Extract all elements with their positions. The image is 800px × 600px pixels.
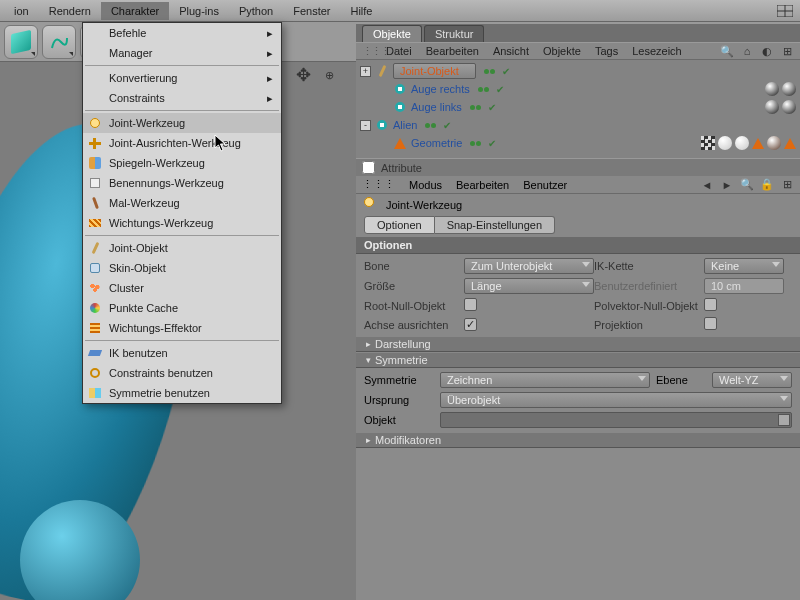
tab-struktur[interactable]: Struktur (424, 25, 485, 42)
menu-item-joint-ausrichten-werkzeug[interactable]: Joint-Ausrichten-Werkzeug (83, 133, 281, 153)
plus-icon[interactable]: ⊞ (780, 44, 794, 58)
menu-fenster[interactable]: Fenster (283, 2, 340, 20)
menu-rendern[interactable]: Rendern (39, 2, 101, 20)
visibility-dots[interactable] (484, 69, 495, 74)
menu-item-joint-objekt[interactable]: Joint-Objekt (83, 238, 281, 258)
menu-item-spiegeln-werkzeug[interactable]: Spiegeln-Werkzeug (83, 153, 281, 173)
select-ebene[interactable]: Welt-YZ (712, 372, 792, 388)
tree-row[interactable]: Auge links✔ (360, 98, 796, 116)
objects-menu-datei[interactable]: Datei (386, 45, 412, 57)
menu-item-mal-werkzeug[interactable]: Mal-Werkzeug (83, 193, 281, 213)
menu-item-joint-werkzeug[interactable]: Joint-Werkzeug (83, 113, 281, 133)
primitive-spline-button[interactable] (42, 25, 76, 59)
objects-menu-objekte[interactable]: Objekte (543, 45, 581, 57)
layout-icon[interactable] (776, 4, 794, 18)
tag-white-icon[interactable] (718, 136, 732, 150)
new-icon[interactable]: ⊞ (780, 178, 794, 192)
select-size[interactable]: Länge (464, 278, 594, 294)
section-darstellung[interactable]: ▸Darstellung (356, 336, 800, 352)
menu-item-skin-objekt[interactable]: Skin-Objekt (83, 258, 281, 278)
objects-menu-tags[interactable]: Tags (595, 45, 618, 57)
visibility-dots[interactable] (425, 123, 436, 128)
attribute-toggle[interactable] (362, 161, 375, 174)
lock-icon[interactable]: 🔒 (760, 178, 774, 192)
tag-sphere-icon[interactable] (782, 100, 796, 114)
menu-hilfe[interactable]: Hilfe (340, 2, 382, 20)
menu-item-konvertierung[interactable]: Konvertierung▸ (83, 68, 281, 88)
nav-fwd-icon[interactable]: ► (720, 178, 734, 192)
tag-sphere-icon[interactable] (765, 82, 779, 96)
select-symmetrie[interactable]: Zeichnen (440, 372, 650, 388)
attr-menu-benutzer[interactable]: Benutzer (523, 179, 567, 191)
menu-item-symmetrie-benutzen[interactable]: Symmetrie benutzen (83, 383, 281, 403)
menu-ion[interactable]: ion (4, 2, 39, 20)
tag-sphere-icon[interactable] (782, 82, 796, 96)
move-axis-icon[interactable] (292, 64, 314, 86)
tag-check-icon[interactable] (701, 136, 715, 150)
expand-toggle[interactable]: - (360, 120, 371, 131)
menu-item-constraints-benutzen[interactable]: Constraints benutzen (83, 363, 281, 383)
check-rootnull[interactable] (464, 298, 477, 311)
menu-plugins[interactable]: Plug-ins (169, 2, 229, 20)
menu-item-ik-benutzen[interactable]: IK benutzen (83, 343, 281, 363)
attr-menu-bearbeiten[interactable]: Bearbeiten (456, 179, 509, 191)
tag-brown-icon[interactable] (767, 136, 781, 150)
tab-snap[interactable]: Snap-Einstellungen (435, 216, 555, 234)
tree-row[interactable]: +Joint-Objekt✔ (360, 62, 796, 80)
tab-objekte[interactable]: Objekte (362, 25, 422, 42)
grip-icon[interactable]: ⋮⋮⋮ (362, 178, 395, 191)
label-rootnull: Root-Null-Objekt (364, 300, 464, 312)
node-label[interactable]: Alien (393, 119, 417, 131)
grip-icon[interactable]: ⋮⋮⋮ (362, 45, 372, 58)
attr-menu-modus[interactable]: Modus (409, 179, 442, 191)
visibility-dots[interactable] (478, 87, 489, 92)
axis-lock-icon[interactable]: ⊕ (318, 64, 340, 86)
visibility-dots[interactable] (470, 141, 481, 146)
link-objekt[interactable] (440, 412, 792, 428)
tag-tri-icon[interactable] (784, 138, 796, 149)
search-icon[interactable]: 🔍 (740, 178, 754, 192)
tab-optionen[interactable]: Optionen (364, 216, 435, 234)
menu-item-wichtungs-werkzeug[interactable]: Wichtungs-Werkzeug (83, 213, 281, 233)
visibility-dots[interactable] (470, 105, 481, 110)
tree-row[interactable]: -Alien✔ (360, 116, 796, 134)
link-picker-icon[interactable] (778, 414, 790, 426)
menu-item-benennungs-werkzeug[interactable]: Benennungs-Werkzeug (83, 173, 281, 193)
objects-menu-lesezeichen[interactable]: Lesezeich (632, 45, 682, 57)
menu-item-wichtungs-effektor[interactable]: Wichtungs-Effektor (83, 318, 281, 338)
node-label[interactable]: Auge links (411, 101, 462, 113)
section-modifikatoren[interactable]: ▸Modifikatoren (356, 432, 800, 448)
tag-white-icon[interactable] (735, 136, 749, 150)
options-grid: Bone Zum Unterobjekt IK-Kette Keine Größ… (356, 254, 800, 336)
menu-item-manager[interactable]: Manager▸ (83, 43, 281, 63)
objects-menu-ansicht[interactable]: Ansicht (493, 45, 529, 57)
node-label[interactable]: Geometrie (411, 137, 462, 149)
check-axis[interactable]: ✓ (464, 318, 477, 331)
home-icon[interactable]: ⌂ (740, 44, 754, 58)
eye-icon[interactable]: ◐ (760, 44, 774, 58)
menu-item-befehle[interactable]: Befehle▸ (83, 23, 281, 43)
menu-item-constraints[interactable]: Constraints▸ (83, 88, 281, 108)
section-symmetrie[interactable]: ▾Symmetrie (356, 352, 800, 368)
tag-tri-icon[interactable] (752, 138, 764, 149)
check-proj[interactable] (704, 317, 717, 330)
nav-back-icon[interactable]: ◄ (700, 178, 714, 192)
tree-row[interactable]: Auge rechts✔ (360, 80, 796, 98)
menu-item-punkte-cache[interactable]: Punkte Cache (83, 298, 281, 318)
select-ik[interactable]: Keine (704, 258, 784, 274)
search-icon[interactable]: 🔍 (720, 44, 734, 58)
menu-charakter[interactable]: Charakter (101, 2, 169, 20)
tree-row[interactable]: Geometrie✔ (360, 134, 796, 152)
select-bone[interactable]: Zum Unterobjekt (464, 258, 594, 274)
check-polevec[interactable] (704, 298, 717, 311)
menu-item-cluster[interactable]: Cluster (83, 278, 281, 298)
select-ursprung[interactable]: Überobjekt (440, 392, 792, 408)
tag-sphere-icon[interactable] (765, 100, 779, 114)
primitive-cube-button[interactable] (4, 25, 38, 59)
objects-menu-bearbeiten[interactable]: Bearbeiten (426, 45, 479, 57)
node-label[interactable]: Joint-Objekt (393, 63, 476, 79)
node-label[interactable]: Auge rechts (411, 83, 470, 95)
object-tree[interactable]: +Joint-Objekt✔Auge rechts✔Auge links✔-Al… (356, 60, 800, 158)
menu-python[interactable]: Python (229, 2, 283, 20)
expand-toggle[interactable]: + (360, 66, 371, 77)
